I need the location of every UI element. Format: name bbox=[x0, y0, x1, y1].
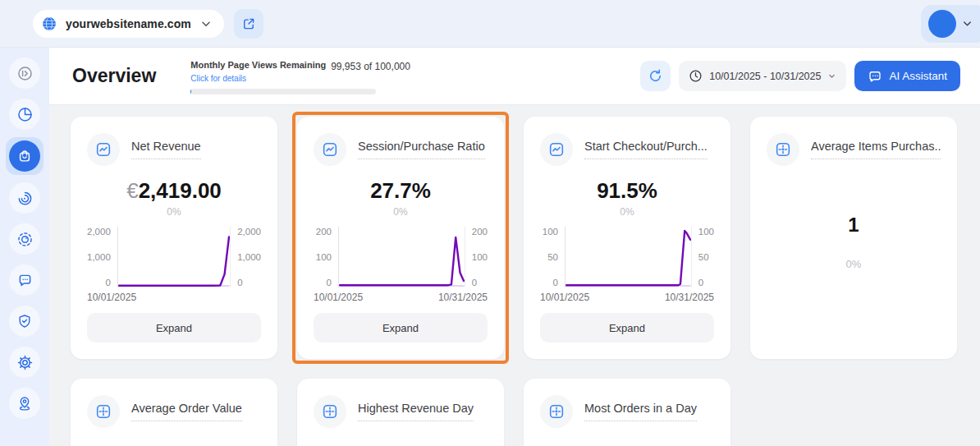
sidebar-item-settings[interactable] bbox=[9, 347, 40, 378]
open-website-button[interactable] bbox=[234, 9, 263, 39]
clock-icon bbox=[689, 69, 703, 83]
main-area: Overview Monthly Page Views Remaining 99… bbox=[49, 48, 980, 446]
account-menu[interactable] bbox=[921, 5, 980, 43]
card-title[interactable]: Start Checkout/Purch... bbox=[584, 140, 708, 159]
card-header: Most Orders in a Day bbox=[540, 395, 714, 428]
date-range-value: 10/01/2025 - 10/31/2025 bbox=[709, 71, 821, 82]
mini-line-chart-svg bbox=[566, 227, 691, 287]
expand-button[interactable]: Expand bbox=[540, 313, 714, 343]
x-axis-labels: 10/01/202510/31/2025 bbox=[540, 292, 714, 303]
sidebar-item-tracking[interactable] bbox=[9, 223, 40, 255]
card-title[interactable]: Average Order Value bbox=[131, 402, 242, 421]
y-tick: 50 bbox=[540, 252, 558, 262]
y-axis-right: 2001000 bbox=[465, 227, 488, 287]
usage-details-link[interactable]: Click for details bbox=[190, 74, 246, 83]
topbar: yourwebsitename.com bbox=[0, 0, 980, 48]
card-header: Start Checkout/Purch... bbox=[540, 133, 714, 166]
sidebar-item-messages[interactable] bbox=[9, 264, 40, 296]
chart-row: 2,0001,00002,0001,0000 bbox=[87, 227, 261, 287]
card-value-number: 27.7% bbox=[370, 178, 431, 203]
card-delta: 0% bbox=[540, 206, 714, 218]
metric-card-1-2: Start Checkout/Purch...91.5%0%1005001005… bbox=[524, 117, 730, 359]
x-tick-label: 10/31/2025 bbox=[438, 292, 488, 303]
card-value-number: 2,419.00 bbox=[139, 178, 222, 203]
card-header: Session/Purchase Ratio bbox=[314, 133, 488, 166]
y-tick: 2,000 bbox=[237, 227, 261, 237]
widget-icon bbox=[547, 402, 566, 421]
usage-value: 99,953 of 100,000 bbox=[331, 61, 410, 72]
map-pin-icon bbox=[16, 395, 33, 412]
y-tick: 0 bbox=[237, 278, 261, 287]
usage-label: Monthly Page Views Remaining bbox=[190, 60, 326, 70]
metric-card-2-1: Highest Revenue Day bbox=[297, 379, 504, 446]
card-header: Highest Revenue Day bbox=[314, 395, 488, 428]
shield-check-icon bbox=[16, 313, 33, 329]
card-title[interactable]: Highest Revenue Day bbox=[358, 402, 474, 421]
chart-row: 100500100500 bbox=[540, 227, 714, 287]
card-title[interactable]: Session/Purchase Ratio bbox=[358, 140, 485, 159]
metric-card-2-0: Average Order Value bbox=[71, 379, 277, 446]
sidebar-item-locations[interactable] bbox=[9, 388, 40, 419]
card-value-prefix: € bbox=[126, 178, 138, 203]
refresh-icon bbox=[648, 68, 663, 84]
x-axis-labels: 10/01/2025 bbox=[87, 292, 261, 303]
sidebar-item-sales[interactable] bbox=[9, 140, 40, 172]
sidebar-item-collapse-sidebar[interactable] bbox=[9, 57, 40, 89]
line-chart-icon bbox=[94, 140, 112, 159]
widget-icon bbox=[94, 402, 112, 421]
card-icon bbox=[314, 133, 346, 166]
refresh-button[interactable] bbox=[640, 61, 671, 91]
globe-icon bbox=[41, 16, 57, 32]
card-icon bbox=[87, 133, 120, 166]
y-tick: 50 bbox=[698, 252, 714, 262]
y-tick: 0 bbox=[698, 278, 714, 287]
sidebar-item-sales-active[interactable] bbox=[6, 137, 44, 175]
series-current bbox=[566, 231, 690, 285]
y-tick: 200 bbox=[314, 227, 332, 237]
card-icon bbox=[767, 133, 799, 166]
scan-icon bbox=[16, 231, 34, 248]
date-range-picker[interactable]: 10/01/2025 - 10/31/2025 bbox=[679, 61, 846, 91]
card-title[interactable]: Most Orders in a Day bbox=[584, 402, 697, 421]
mini-chart: 2,0001,00002,0001,000010/01/2025 bbox=[87, 227, 261, 303]
card-value-number: 1 bbox=[848, 214, 859, 236]
sidebar bbox=[0, 48, 49, 446]
card-delta: 0% bbox=[87, 206, 261, 218]
card-title[interactable]: Average Items Purchas... bbox=[811, 140, 941, 159]
series-current bbox=[119, 237, 229, 285]
radar-icon bbox=[16, 190, 34, 207]
y-axis-left: 100500 bbox=[540, 227, 565, 287]
y-axis-left: 2001000 bbox=[314, 227, 338, 287]
sidebar-item-security[interactable] bbox=[9, 306, 40, 337]
card-value: €2,419.00 bbox=[87, 178, 261, 204]
ai-assistant-label: AI Assistant bbox=[889, 70, 947, 82]
chat-icon bbox=[868, 69, 882, 84]
series-current bbox=[340, 237, 464, 285]
website-selector[interactable]: yourwebsitename.com bbox=[33, 10, 224, 38]
y-tick: 1,000 bbox=[87, 252, 111, 262]
card-icon bbox=[87, 395, 120, 428]
sidebar-item-analytics[interactable] bbox=[9, 99, 40, 130]
chart-row: 20010002001000 bbox=[314, 227, 488, 287]
external-link-icon bbox=[241, 16, 256, 31]
expand-button[interactable]: Expand bbox=[87, 313, 261, 343]
website-name: yourwebsitename.com bbox=[66, 17, 191, 30]
y-tick: 100 bbox=[698, 227, 714, 237]
page-header: Overview Monthly Page Views Remaining 99… bbox=[49, 48, 980, 105]
metric-card-1-1: Session/Purchase Ratio27.7%0%20010002001… bbox=[297, 117, 504, 359]
ai-assistant-button[interactable]: AI Assistant bbox=[854, 61, 960, 91]
y-tick: 100 bbox=[472, 252, 488, 262]
chart-plot bbox=[565, 227, 692, 287]
card-title[interactable]: Net Revenue bbox=[131, 140, 201, 159]
chevron-down-icon bbox=[827, 71, 836, 80]
y-tick: 0 bbox=[87, 278, 111, 287]
card-icon bbox=[314, 395, 346, 428]
line-chart-icon bbox=[547, 140, 566, 159]
x-axis-labels: 10/01/202510/31/2025 bbox=[314, 292, 488, 303]
avatar bbox=[928, 10, 956, 38]
sidebar-item-sessions[interactable] bbox=[9, 182, 40, 214]
expand-button[interactable]: Expand bbox=[314, 313, 488, 343]
x-tick-label: 10/31/2025 bbox=[665, 292, 714, 303]
card-value: 91.5% bbox=[540, 178, 714, 204]
card-header: Net Revenue bbox=[87, 133, 261, 166]
